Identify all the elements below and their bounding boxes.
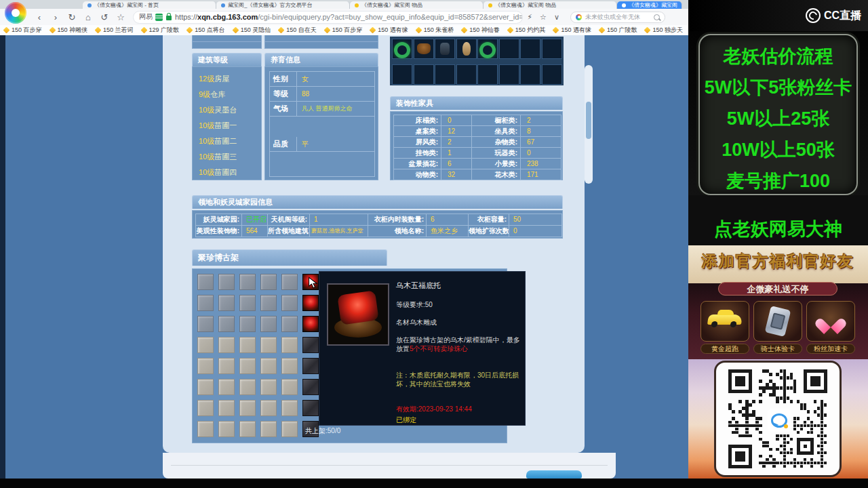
shelf-slot[interactable] — [218, 358, 235, 374]
shelf-slot[interactable] — [239, 316, 256, 332]
shelf-slot[interactable] — [239, 400, 256, 416]
bookmark-item[interactable]: 150 遇有缘 — [549, 26, 595, 35]
undo-icon[interactable]: ↺ — [96, 9, 113, 25]
shelf-slot[interactable] — [218, 316, 235, 332]
shelf-slot[interactable] — [218, 379, 235, 395]
shelf-slot[interactable] — [302, 337, 319, 353]
bookmark-star-icon[interactable]: ☆ — [113, 9, 129, 25]
shelf-slot[interactable] — [197, 421, 214, 437]
inventory-slot[interactable] — [435, 64, 455, 85]
browser-tab[interactable]: 《倩女幽魂》藏宝阁 物品 — [484, 1, 617, 9]
flash-icon[interactable]: ⚡ — [523, 13, 536, 22]
shelf-slot[interactable] — [260, 379, 277, 395]
shelf-slot[interactable] — [302, 400, 319, 416]
shelf-slot[interactable] — [197, 316, 214, 332]
shelf-slot[interactable] — [239, 337, 256, 353]
shelf-slot[interactable] — [302, 316, 319, 332]
url-bar[interactable]: 网易 https://xqn.cbg.163.com/cgi-bin/equip… — [133, 11, 523, 24]
inventory-slot[interactable] — [435, 39, 455, 59]
chevron-down-icon[interactable]: ∨ — [550, 13, 564, 22]
shelf-slot[interactable] — [302, 379, 319, 395]
bookmark-item[interactable]: 150 朱雀桥 — [412, 26, 458, 35]
favorite-star-icon[interactable]: ☆ — [536, 13, 550, 22]
shelf-slot[interactable] — [218, 295, 235, 311]
inventory-slot[interactable] — [520, 64, 540, 85]
bookmark-item[interactable]: 150 兰若词 — [92, 26, 138, 35]
bookmark-item[interactable]: 150 神仙眷 — [458, 26, 504, 35]
shelf-slot[interactable] — [197, 379, 214, 395]
shelf-slot[interactable] — [281, 421, 298, 437]
shelf-slot[interactable] — [260, 274, 277, 290]
browser-tab[interactable]: 《倩女幽魂》藏宝阁 物品 — [350, 1, 484, 9]
shelf-slot[interactable] — [281, 316, 298, 332]
bookmark-icon — [323, 27, 330, 34]
bookmark-item[interactable]: 150 百步穿 — [0, 26, 46, 35]
inventory-slot[interactable] — [414, 39, 434, 59]
scrollbar-thumb[interactable] — [586, 102, 591, 139]
shelf-slot[interactable] — [218, 400, 235, 416]
home-icon[interactable]: ⌂ — [80, 9, 96, 25]
search-icon[interactable] — [654, 14, 660, 20]
shelf-slot[interactable] — [281, 358, 298, 374]
shelf-slot[interactable] — [239, 358, 256, 374]
shelf-slot[interactable] — [197, 358, 214, 374]
bookmark-item[interactable]: 150 广陵散 — [595, 26, 642, 35]
shelf-slot[interactable] — [281, 295, 298, 311]
inventory-slot[interactable] — [414, 64, 434, 85]
shelf-slot[interactable] — [281, 337, 298, 353]
browser-tab[interactable]: 《倩女幽魂》藏宝阁 - 首页 — [83, 1, 216, 9]
shelf-slot[interactable] — [281, 379, 298, 395]
bookmark-item[interactable]: 150 灼灼其 — [504, 26, 550, 35]
forward-icon[interactable]: › — [47, 9, 64, 25]
shelf-slot[interactable] — [260, 421, 277, 437]
inventory-slot[interactable] — [392, 64, 412, 85]
bookmark-item[interactable]: 150 自在天 — [275, 26, 321, 35]
shelf-slot[interactable] — [218, 421, 235, 437]
browser-tab[interactable]: 《倩女幽魂》藏宝阁 — [617, 1, 682, 9]
inventory-slot[interactable] — [499, 64, 519, 85]
bookmark-item[interactable]: 150 百步穿 — [321, 26, 367, 35]
shelf-slot[interactable] — [239, 379, 256, 395]
bookmark-item[interactable]: 129 广陵散 — [138, 26, 184, 35]
bookmark-item[interactable]: 150 神雕侠 — [46, 26, 92, 35]
shelf-slot[interactable] — [197, 400, 214, 416]
shelf-slot[interactable] — [218, 274, 235, 290]
bookmark-item[interactable]: 150 点将台 — [183, 26, 229, 35]
browser-logo-icon[interactable] — [5, 2, 26, 24]
shelf-slot[interactable] — [302, 295, 319, 311]
shelf-slot[interactable] — [197, 337, 214, 353]
shelf-slot[interactable] — [281, 274, 298, 290]
scrollbar-track[interactable] — [585, 65, 593, 184]
inventory-slot[interactable] — [456, 39, 477, 59]
shelf-slot[interactable] — [260, 295, 277, 311]
shelf-slot[interactable] — [197, 274, 214, 290]
inventory-slot[interactable] — [542, 39, 562, 59]
shelf-slot[interactable] — [260, 337, 277, 353]
inventory-slot[interactable] — [477, 39, 498, 59]
shelf-slot[interactable] — [281, 400, 298, 416]
shelf-slot[interactable] — [197, 295, 214, 311]
shelf-slot[interactable] — [239, 295, 256, 311]
search-input[interactable]: 未来蚊虫或全年无休 — [570, 12, 665, 23]
shelf-slot[interactable] — [239, 421, 256, 437]
territory-value: 1 — [310, 214, 368, 225]
shelf-slot[interactable] — [260, 316, 277, 332]
bookmark-item[interactable]: 150 独步天 — [641, 26, 687, 35]
shelf-slot[interactable] — [260, 400, 277, 416]
inventory-slot[interactable] — [499, 39, 519, 59]
footer-button[interactable] — [526, 470, 582, 479]
shelf-slot[interactable] — [260, 358, 277, 374]
inventory-slot[interactable] — [456, 64, 477, 85]
back-icon[interactable]: ‹ — [31, 9, 47, 25]
inventory-slot[interactable] — [477, 64, 498, 85]
inventory-slot[interactable] — [392, 39, 412, 59]
shelf-slot[interactable] — [239, 274, 256, 290]
refresh-icon[interactable]: ↻ — [64, 9, 80, 25]
shelf-slot[interactable] — [302, 358, 319, 374]
shelf-slot[interactable] — [218, 337, 235, 353]
browser-tab[interactable]: 藏宝阁_《倩女幽魂》官方交易平台 — [216, 1, 350, 9]
bookmark-item[interactable]: 150 遇有缘 — [366, 26, 412, 35]
inventory-slot[interactable] — [542, 64, 562, 85]
bookmark-item[interactable]: 150 灵隐仙 — [229, 26, 275, 35]
inventory-slot[interactable] — [520, 39, 540, 59]
